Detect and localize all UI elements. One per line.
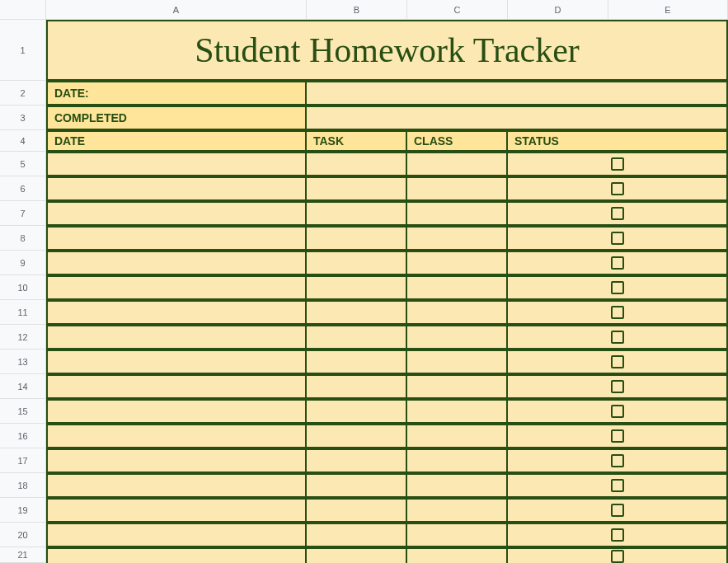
checkbox-icon[interactable]	[611, 281, 624, 294]
row-header-16[interactable]: 16	[0, 424, 46, 448]
cell-task[interactable]	[307, 350, 407, 374]
cell-task[interactable]	[307, 424, 407, 448]
date-label-cell[interactable]: DATE:	[46, 81, 307, 106]
date-value-cell[interactable]	[307, 81, 728, 106]
completed-value-cell[interactable]	[307, 106, 728, 130]
cell-task[interactable]	[307, 399, 407, 424]
column-header-d[interactable]: D	[508, 0, 608, 19]
cell-date[interactable]	[46, 424, 307, 448]
checkbox-icon[interactable]	[611, 528, 624, 542]
cell-date[interactable]	[46, 152, 307, 176]
cell-status[interactable]	[508, 399, 728, 424]
cell-task[interactable]	[307, 325, 407, 350]
cell-task[interactable]	[307, 498, 407, 523]
cell-task[interactable]	[307, 448, 407, 473]
row-header-18[interactable]: 18	[0, 473, 46, 498]
cell-task[interactable]	[307, 275, 407, 300]
cell-task[interactable]	[307, 226, 407, 251]
checkbox-icon[interactable]	[611, 504, 624, 517]
cell-status[interactable]	[508, 176, 728, 201]
cell-class[interactable]	[407, 498, 508, 523]
cell-status[interactable]	[508, 498, 728, 523]
cell-class[interactable]	[407, 547, 508, 563]
column-header-e[interactable]: E	[608, 0, 728, 19]
cell-status[interactable]	[508, 424, 728, 448]
cell-task[interactable]	[307, 374, 407, 399]
cell-class[interactable]	[407, 325, 508, 350]
cell-class[interactable]	[407, 275, 508, 300]
row-header-12[interactable]: 12	[0, 325, 46, 350]
row-header-7[interactable]: 7	[0, 201, 46, 226]
select-all-corner[interactable]	[0, 0, 46, 19]
cell-date[interactable]	[46, 251, 307, 275]
cell-status[interactable]	[508, 448, 728, 473]
cell-task[interactable]	[307, 547, 407, 563]
row-header-8[interactable]: 8	[0, 226, 46, 251]
cell-date[interactable]	[46, 448, 307, 473]
cell-task[interactable]	[307, 201, 407, 226]
cell-status[interactable]	[508, 251, 728, 275]
row-header-20[interactable]: 20	[0, 523, 46, 547]
row-header-21[interactable]: 21	[0, 547, 46, 563]
cell-status[interactable]	[508, 547, 728, 563]
header-status[interactable]: STATUS	[508, 130, 728, 152]
cell-date[interactable]	[46, 523, 307, 547]
cell-date[interactable]	[46, 176, 307, 201]
cell-class[interactable]	[407, 350, 508, 374]
row-header-6[interactable]: 6	[0, 176, 46, 201]
cell-class[interactable]	[407, 473, 508, 498]
row-header-13[interactable]: 13	[0, 350, 46, 374]
cell-class[interactable]	[407, 251, 508, 275]
cell-status[interactable]	[508, 523, 728, 547]
header-task[interactable]: TASK	[307, 130, 407, 152]
title-cell[interactable]: Student Homework Tracker	[46, 20, 728, 81]
checkbox-icon[interactable]	[611, 331, 624, 344]
cell-class[interactable]	[407, 176, 508, 201]
checkbox-icon[interactable]	[611, 182, 624, 195]
cell-date[interactable]	[46, 350, 307, 374]
cell-date[interactable]	[46, 201, 307, 226]
checkbox-icon[interactable]	[611, 157, 624, 171]
checkbox-icon[interactable]	[611, 405, 624, 418]
column-header-b[interactable]: B	[307, 0, 407, 19]
checkbox-icon[interactable]	[611, 232, 624, 245]
cell-class[interactable]	[407, 201, 508, 226]
checkbox-icon[interactable]	[611, 355, 624, 368]
cell-status[interactable]	[508, 325, 728, 350]
completed-label-cell[interactable]: COMPLETED	[46, 106, 307, 130]
row-header-10[interactable]: 10	[0, 275, 46, 300]
row-header-2[interactable]: 2	[0, 81, 46, 106]
cell-status[interactable]	[508, 350, 728, 374]
cell-date[interactable]	[46, 300, 307, 325]
checkbox-icon[interactable]	[611, 479, 624, 492]
cell-class[interactable]	[407, 448, 508, 473]
cell-status[interactable]	[508, 473, 728, 498]
header-class[interactable]: CLASS	[407, 130, 508, 152]
cell-status[interactable]	[508, 275, 728, 300]
cell-status[interactable]	[508, 300, 728, 325]
row-header-3[interactable]: 3	[0, 106, 46, 130]
cell-date[interactable]	[46, 498, 307, 523]
cell-class[interactable]	[407, 374, 508, 399]
cell-status[interactable]	[508, 152, 728, 176]
cell-task[interactable]	[307, 152, 407, 176]
checkbox-icon[interactable]	[611, 429, 624, 443]
cell-status[interactable]	[508, 226, 728, 251]
row-header-15[interactable]: 15	[0, 399, 46, 424]
row-header-14[interactable]: 14	[0, 374, 46, 399]
cell-task[interactable]	[307, 523, 407, 547]
cell-status[interactable]	[508, 201, 728, 226]
cell-task[interactable]	[307, 251, 407, 275]
cell-task[interactable]	[307, 176, 407, 201]
cell-date[interactable]	[46, 399, 307, 424]
cell-date[interactable]	[46, 226, 307, 251]
checkbox-icon[interactable]	[611, 380, 624, 393]
row-header-19[interactable]: 19	[0, 498, 46, 523]
checkbox-icon[interactable]	[611, 207, 624, 220]
checkbox-icon[interactable]	[611, 550, 624, 563]
cell-class[interactable]	[407, 152, 508, 176]
cell-task[interactable]	[307, 473, 407, 498]
header-date[interactable]: DATE	[46, 130, 307, 152]
checkbox-icon[interactable]	[611, 454, 624, 467]
cell-date[interactable]	[46, 547, 307, 563]
